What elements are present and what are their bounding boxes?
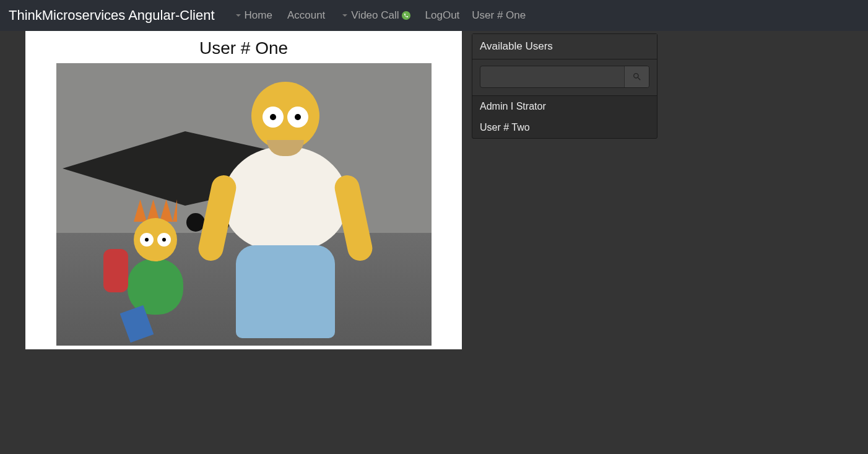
figure-large [205, 82, 366, 346]
nav-logout[interactable]: LogOut [418, 9, 467, 22]
nav-account[interactable]: Account [280, 9, 332, 22]
search-icon [632, 72, 642, 82]
brand[interactable]: ThinkMicroservices Angular-Client [9, 7, 215, 24]
available-users-header: Available Users [472, 34, 657, 59]
nav-home[interactable]: Home [226, 9, 280, 22]
nav-account-label: Account [287, 9, 325, 22]
nav-video-call-label: Video Call [351, 9, 399, 22]
caret-icon [342, 14, 347, 17]
nav-home-label: Home [245, 9, 272, 22]
nav-logout-label: LogOut [425, 9, 460, 22]
phone-icon [402, 11, 410, 20]
search-input[interactable] [480, 66, 624, 87]
video-frame [56, 63, 432, 346]
search-box [480, 66, 649, 88]
navbar: ThinkMicroservices Angular-Client Home A… [0, 0, 868, 31]
nav-video-call[interactable]: Video Call [332, 9, 417, 22]
caret-icon [236, 14, 241, 17]
available-users-panel: Available Users Admin I Strator User # T… [472, 33, 658, 139]
nav-links: Home Account Video Call LogOut User # On… [226, 9, 529, 22]
user-item[interactable]: Admin I Strator [472, 96, 657, 117]
search-wrap [472, 59, 657, 96]
video-panel: User # One [25, 31, 462, 349]
nav-current-user: User # One [467, 9, 528, 22]
search-button[interactable] [624, 66, 649, 87]
content: User # One Available Users [0, 31, 868, 349]
video-title: User # One [25, 31, 462, 63]
user-item[interactable]: User # Two [472, 117, 657, 138]
figure-small [106, 199, 205, 346]
